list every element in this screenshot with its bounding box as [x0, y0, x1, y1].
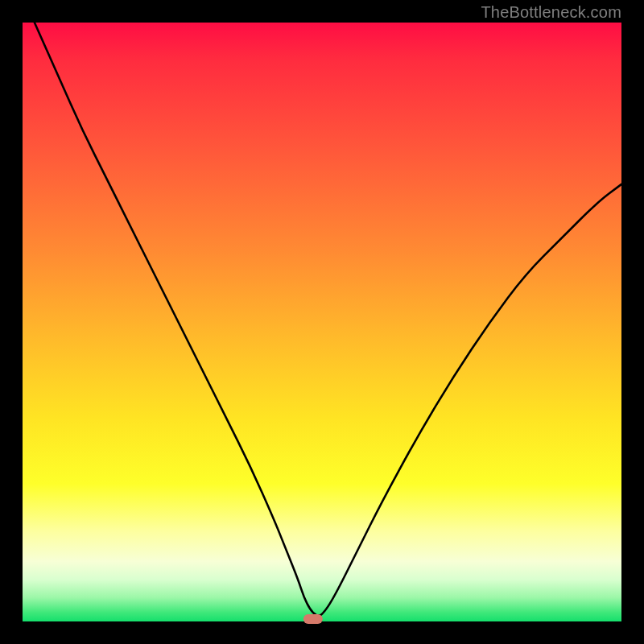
plot-area	[23, 23, 621, 621]
bottleneck-curve-svg	[23, 23, 621, 621]
bottleneck-curve	[35, 23, 621, 616]
watermark-text: TheBottleneck.com	[481, 3, 621, 22]
minimum-marker	[303, 614, 323, 624]
chart-frame: TheBottleneck.com	[0, 0, 644, 644]
